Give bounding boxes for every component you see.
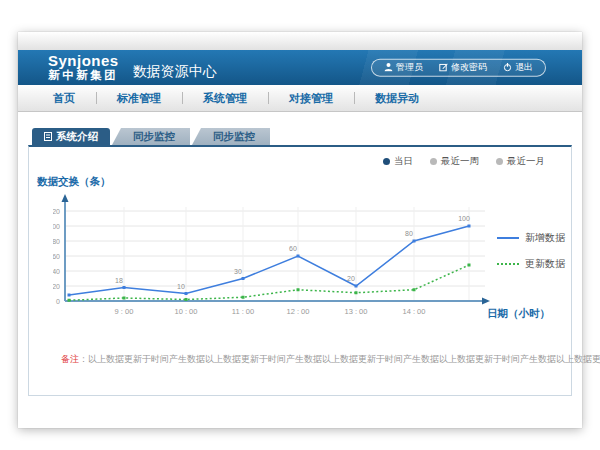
data-label: 30 (234, 268, 242, 275)
user-menu-label: 管理员 (396, 61, 423, 74)
x-tick-label: 11 : 00 (232, 307, 254, 316)
edit-icon (439, 63, 448, 72)
x-tick-label: 14 : 00 (403, 307, 426, 316)
data-point (123, 297, 126, 300)
line-chart: 0204060801001209 : 0010 : 0011 : 0012 : … (53, 193, 493, 323)
y-tick-label: 60 (53, 253, 60, 260)
y-tick-label: 20 (53, 283, 60, 290)
radio-unselected-icon (430, 158, 437, 165)
data-label: 18 (115, 277, 123, 284)
y-tick-label: 100 (53, 223, 60, 230)
nav-item-home[interactable]: 首页 (32, 85, 96, 111)
data-point (355, 285, 358, 288)
data-point (68, 294, 71, 297)
x-tick-label: 10 : 00 (175, 307, 198, 316)
chart-panel: 当日 最近一周 最近一月 数据交换（条） 0204060801001209 : … (28, 145, 572, 396)
nav-item-standard-management[interactable]: 标准管理 (96, 85, 182, 111)
footnote: 备注：以上数据更新于时间产生数据以上数据更新于时间产生数据以上数据更新于时间产生… (61, 353, 600, 366)
data-point (468, 264, 471, 267)
radio-unselected-icon (496, 158, 503, 165)
solid-line-icon (497, 237, 519, 239)
data-point (185, 298, 188, 301)
power-icon (503, 63, 512, 72)
logo-brand-text: Synjones (48, 53, 119, 68)
app-window: Synjones 新中新集团 数据资源中心 管理员 修改密码 退出 (18, 32, 582, 428)
y-tick-label: 80 (53, 238, 60, 245)
tab-sync-monitor-1[interactable]: 同步监控 (112, 128, 190, 145)
tab-sync-monitor-2[interactable]: 同步监控 (192, 128, 270, 145)
legend-label: 更新数据 (525, 257, 565, 271)
tab-label: 系统介绍 (56, 130, 98, 144)
y-tick-label: 0 (56, 298, 60, 305)
data-point (185, 292, 188, 295)
legend-label: 新增数据 (525, 231, 565, 245)
nav-item-data-change[interactable]: 数据异动 (354, 85, 440, 111)
filter-label: 最近一周 (441, 155, 479, 168)
y-axis-title: 数据交换（条） (37, 175, 111, 189)
filter-option-last-week[interactable]: 最近一周 (430, 155, 479, 168)
data-point (355, 291, 358, 294)
y-tick-label: 120 (53, 208, 60, 215)
data-label: 10 (177, 283, 185, 290)
footnote-prefix: 备注 (61, 354, 79, 364)
data-point (297, 255, 300, 258)
data-point (413, 288, 416, 291)
data-point (468, 225, 471, 228)
admin-user-button[interactable]: 管理员 (376, 61, 431, 74)
filter-label: 最近一月 (507, 155, 545, 168)
user-menu-label: 退出 (515, 61, 533, 74)
user-menu: 管理员 修改密码 退出 (371, 58, 546, 76)
filter-option-today[interactable]: 当日 (383, 155, 413, 168)
series-line (69, 265, 469, 300)
legend-item-new-data[interactable]: 新增数据 (497, 231, 565, 245)
tab-bar: 系统介绍 同步监控 同步监控 (28, 128, 572, 145)
data-point (123, 286, 126, 289)
data-label: 20 (347, 275, 355, 282)
tab-label: 同步监控 (213, 130, 255, 144)
radio-selected-icon (383, 158, 390, 165)
window-top-strip (18, 32, 582, 50)
tab-label: 同步监控 (133, 130, 175, 144)
user-icon (384, 63, 393, 72)
x-axis-title: 日期（小时） (487, 307, 550, 321)
content-card: 系统介绍 同步监控 同步监控 当日 最近一周 (28, 128, 572, 396)
nav-item-interface-management[interactable]: 对接管理 (268, 85, 354, 111)
data-label: 60 (289, 245, 297, 252)
data-point (297, 288, 300, 291)
data-label: 80 (405, 230, 413, 237)
main-nav: 首页 标准管理 系统管理 对接管理 数据异动 (18, 85, 582, 112)
data-point (242, 277, 245, 280)
filter-option-last-month[interactable]: 最近一月 (496, 155, 545, 168)
data-point (413, 240, 416, 243)
page-title: 数据资源中心 (133, 63, 217, 81)
data-label: 100 (458, 215, 470, 222)
logout-button[interactable]: 退出 (495, 61, 541, 74)
x-tick-label: 9 : 00 (115, 307, 134, 316)
user-menu-label: 修改密码 (451, 61, 487, 74)
app-header: Synjones 新中新集团 数据资源中心 管理员 修改密码 退出 (18, 50, 582, 85)
y-axis-arrow-icon (62, 194, 69, 202)
change-password-button[interactable]: 修改密码 (431, 61, 495, 74)
time-range-filter: 当日 最近一周 最近一月 (383, 155, 545, 168)
document-icon (44, 131, 52, 143)
dotted-line-icon (497, 263, 519, 265)
logo-company-name: 新中新集团 (48, 70, 119, 82)
nav-item-system-management[interactable]: 系统管理 (182, 85, 268, 111)
footnote-text: ：以上数据更新于时间产生数据以上数据更新于时间产生数据以上数据更新于时间产生数据… (79, 354, 600, 364)
data-point (242, 296, 245, 299)
data-point (68, 299, 71, 302)
x-tick-label: 12 : 00 (287, 307, 310, 316)
tab-system-intro[interactable]: 系统介绍 (32, 128, 110, 145)
legend-item-updated-data[interactable]: 更新数据 (497, 257, 565, 271)
x-axis-arrow-icon (482, 298, 490, 305)
chart-legend: 新增数据 更新数据 (497, 231, 565, 271)
filter-label: 当日 (394, 155, 413, 168)
company-logo: Synjones 新中新集团 (48, 53, 119, 82)
x-tick-label: 13 : 00 (345, 307, 368, 316)
y-tick-label: 40 (53, 268, 60, 275)
